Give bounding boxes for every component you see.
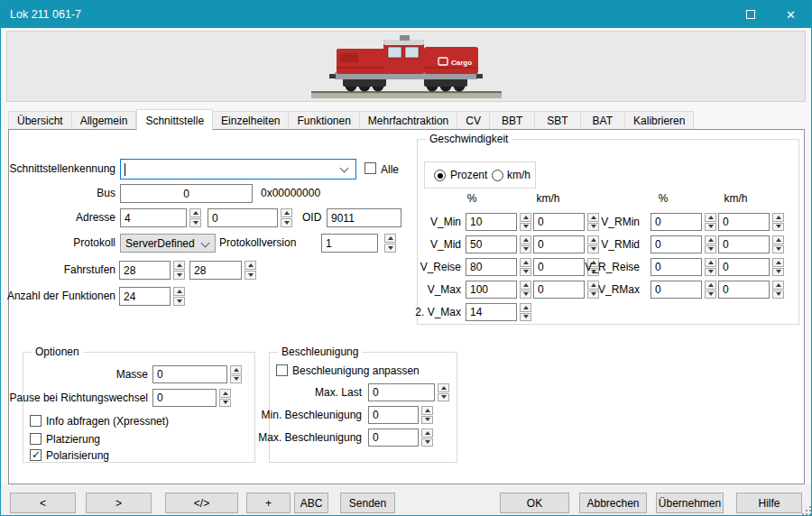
vrmax-pct-input[interactable]: [651, 281, 702, 299]
fahrstufen2-input[interactable]: [189, 261, 242, 280]
vrreise-pct-input[interactable]: [651, 258, 702, 276]
tab-funktionen[interactable]: Funktionen: [289, 111, 359, 130]
senden-button[interactable]: Senden: [340, 493, 395, 513]
vreise-kmh-input[interactable]: [533, 258, 585, 276]
tab-schnittstelle[interactable]: Schnittstelle: [136, 109, 213, 131]
fahrstufen-spinner[interactable]: [173, 261, 185, 280]
vmid-pct-input[interactable]: [466, 235, 517, 253]
vmin-kmh-spinner[interactable]: [587, 213, 599, 231]
ok-button[interactable]: OK: [500, 493, 569, 513]
geschwindigkeit-group: Geschwindigkeit Prozent km/h % km/h % km…: [417, 139, 799, 325]
fahrstufen-input[interactable]: [119, 261, 171, 280]
vrreise-pct-spinner[interactable]: [705, 258, 716, 276]
vrmid-pct-spinner[interactable]: [705, 235, 716, 253]
protokollversion-input[interactable]: [321, 234, 378, 253]
tab-cv[interactable]: CV: [457, 111, 490, 130]
vmid-kmh-spinner[interactable]: [587, 235, 599, 253]
add-button[interactable]: +: [246, 493, 291, 513]
masse-input[interactable]: [152, 365, 227, 383]
tab-bat[interactable]: BAT: [581, 111, 625, 130]
tab-einzelheiten[interactable]: Einzelheiten: [213, 111, 289, 130]
vmax2-spinner[interactable]: [520, 303, 531, 321]
uebernehmen-button[interactable]: Übernehmen: [656, 493, 724, 513]
vmid-kmh-input[interactable]: [533, 235, 585, 253]
protokoll-dropdown[interactable]: ServerDefined: [120, 234, 216, 253]
abc-button[interactable]: ABC: [294, 493, 328, 513]
info-abfragen-checkbox[interactable]: [30, 415, 42, 427]
tab-uebersicht[interactable]: Übersicht: [8, 111, 72, 130]
vmin-kmh-input[interactable]: [533, 213, 585, 231]
vmax2-input[interactable]: [466, 303, 517, 321]
alle-checkbox[interactable]: [364, 162, 376, 174]
resize-grip[interactable]: [802, 506, 811, 515]
pause-spinner[interactable]: [219, 389, 231, 407]
col-header-pct-r: %: [650, 192, 677, 205]
vrmin-kmh-spinner[interactable]: [772, 213, 784, 231]
vmax-kmh-input[interactable]: [533, 281, 585, 299]
platzierung-checkbox[interactable]: [30, 433, 42, 445]
prozent-radio[interactable]: [434, 170, 446, 181]
funktionen-input[interactable]: [119, 287, 171, 306]
tab-mehrfachtraktion[interactable]: Mehrfachtraktion: [360, 111, 457, 130]
minb-input[interactable]: [368, 406, 419, 424]
maxb-spinner[interactable]: [421, 428, 433, 447]
minb-spinner[interactable]: [421, 406, 433, 424]
vrmax-pct-spinner[interactable]: [705, 281, 716, 299]
vrreise-kmh-spinner[interactable]: [772, 258, 784, 276]
beschleunigung-group: Beschleunigung Beschleunigung anpassen M…: [269, 352, 457, 463]
vrmax-kmh-spinner[interactable]: [772, 281, 784, 299]
vrmid-kmh-spinner[interactable]: [772, 235, 784, 253]
polarisierung-checkbox[interactable]: [30, 449, 42, 461]
maxlast-spinner[interactable]: [438, 383, 449, 401]
adresse2-input[interactable]: [208, 208, 278, 227]
tab-allgemein[interactable]: Allgemein: [72, 111, 137, 130]
hilfe-button[interactable]: Hilfe: [736, 493, 802, 513]
funktionen-spinner[interactable]: [173, 287, 185, 306]
code-button[interactable]: </>: [165, 493, 238, 513]
vmin-pct-spinner[interactable]: [520, 213, 531, 231]
beschleunigung-anpassen-checkbox[interactable]: [276, 364, 288, 376]
funktionen-label: Anzahl der Funktionen: [7, 290, 115, 302]
col-header-pct: %: [458, 192, 485, 205]
oid-input[interactable]: [327, 208, 401, 227]
prev-button[interactable]: <: [10, 493, 76, 513]
protokoll-label: Protokoll: [73, 236, 115, 249]
adresse-label: Adresse: [76, 211, 115, 224]
kennung-combobox[interactable]: [120, 159, 356, 180]
vrreise-kmh-input[interactable]: [718, 258, 770, 276]
tab-sbt[interactable]: SBT: [535, 111, 580, 130]
next-button[interactable]: >: [86, 493, 152, 513]
vmax-pct-input[interactable]: [466, 281, 517, 299]
adresse-input[interactable]: [120, 208, 187, 227]
adresse2-spinner[interactable]: [281, 208, 292, 227]
vrmin-pct-input[interactable]: [651, 213, 702, 231]
masse-spinner[interactable]: [230, 365, 242, 383]
chevron-down-icon[interactable]: [340, 164, 349, 173]
vrmid-kmh-input[interactable]: [718, 235, 770, 253]
tab-kalibrieren[interactable]: Kalibrieren: [625, 111, 694, 130]
vmax-pct-spinner[interactable]: [520, 281, 531, 299]
protokollversion-spinner[interactable]: [384, 234, 396, 253]
vrmax-kmh-input[interactable]: [718, 281, 770, 299]
vreise-pct-spinner[interactable]: [520, 258, 531, 276]
pause-input[interactable]: [152, 389, 217, 407]
kmh-radio-label: km/h: [507, 169, 531, 181]
abbrechen-button[interactable]: Abbrechen: [579, 493, 647, 513]
maxlast-input[interactable]: [368, 383, 435, 401]
vrmin-pct-spinner[interactable]: [705, 213, 716, 231]
adresse-spinner[interactable]: [189, 208, 201, 227]
titlebar[interactable]: Lok 211 061-7 ✕: [1, 1, 811, 28]
fahrstufen2-spinner[interactable]: [245, 261, 256, 280]
bus-input[interactable]: [120, 184, 253, 203]
vreise-pct-input[interactable]: [466, 258, 517, 276]
kmh-radio[interactable]: [492, 170, 503, 181]
vmin-pct-input[interactable]: [466, 213, 517, 231]
vrmin-kmh-input[interactable]: [718, 213, 770, 231]
tab-bbt[interactable]: BBT: [490, 111, 535, 130]
vmid-pct-spinner[interactable]: [520, 235, 531, 253]
maximize-button[interactable]: [730, 1, 770, 28]
vrmid-pct-input[interactable]: [651, 235, 702, 253]
bus-hex-value: 0x00000000: [261, 187, 320, 199]
close-button[interactable]: ✕: [770, 1, 811, 28]
maxb-input[interactable]: [368, 428, 419, 447]
